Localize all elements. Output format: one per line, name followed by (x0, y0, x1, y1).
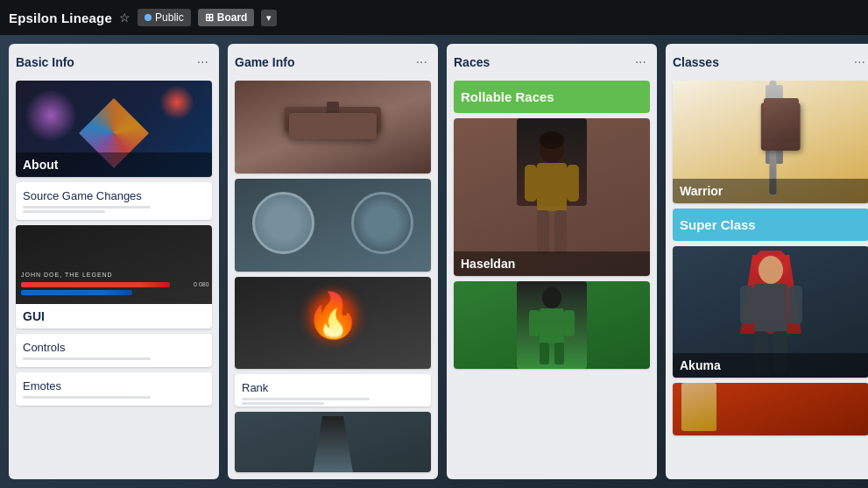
svg-rect-17 (788, 286, 802, 324)
card-rollable-label: Rollable Races (461, 89, 554, 104)
svg-rect-2 (537, 163, 567, 211)
column-title-races: Races (454, 55, 490, 69)
card-about-label: About (16, 152, 212, 177)
card-currency[interactable]: Currency (235, 179, 431, 272)
svg-rect-5 (537, 210, 549, 254)
card-warrior[interactable]: Warrior (673, 81, 868, 203)
card-emotes-lines (23, 396, 205, 399)
board-chevron[interactable]: ▾ (261, 10, 277, 26)
card-akuma-label: Akuma (673, 353, 868, 378)
card-source-game-changes[interactable]: Source Game Changes (16, 182, 212, 220)
svg-rect-11 (540, 343, 549, 364)
card-rollable-races[interactable]: Rollable Races (454, 81, 650, 113)
column-races: Races ··· Rollable Races (447, 44, 657, 479)
card-controls[interactable]: Controls (16, 334, 212, 367)
column-menu-basic-info[interactable]: ··· (194, 53, 212, 72)
board-label: Board (217, 11, 248, 24)
svg-rect-12 (554, 343, 564, 364)
card-line (23, 357, 151, 360)
svg-rect-10 (564, 310, 575, 336)
column-header-game-info: Game Info ··· (235, 51, 431, 75)
card-haseldan[interactable]: Haseldan (454, 118, 650, 276)
card-class-extra[interactable] (673, 383, 868, 435)
card-source-label: Source Game Changes (23, 189, 205, 202)
board-area: Basic Info ··· About Source Game Changes (0, 35, 868, 488)
card-line-short (242, 402, 324, 405)
card-akuma[interactable]: Akuma (673, 246, 868, 378)
card-line (23, 206, 151, 209)
gui-bars: JOHN DOE, THE LEGEND (21, 272, 207, 295)
card-controls-lines (23, 357, 205, 360)
svg-rect-4 (567, 165, 579, 202)
board-icon: ⊞ (205, 11, 214, 24)
app-title: Epsilon Lineage (9, 11, 112, 25)
card-game-extra[interactable] (235, 412, 431, 472)
card-emotes-label: Emotes (23, 379, 205, 393)
card-line-short (23, 210, 105, 213)
svg-rect-6 (554, 210, 567, 254)
card-haseldan-label: Haseldan (454, 251, 650, 276)
card-race-extra[interactable] (454, 281, 650, 369)
public-dot (145, 14, 152, 21)
star-icon[interactable]: ☆ (119, 11, 131, 25)
card-status-effects[interactable]: Status Effects (235, 277, 431, 370)
column-title-game-info: Game Info (235, 55, 294, 69)
svg-rect-8 (540, 308, 564, 343)
race-extra-figure (454, 281, 650, 369)
column-menu-game-info[interactable]: ··· (413, 53, 431, 72)
column-menu-classes[interactable]: ··· (850, 53, 868, 72)
card-about[interactable]: About (16, 81, 212, 177)
card-gui[interactable]: JOHN DOE, THE LEGEND GUI (16, 225, 212, 329)
card-source-lines (23, 206, 205, 213)
card-rank[interactable]: Rank (235, 374, 431, 407)
column-title-classes: Classes (673, 55, 719, 69)
card-warrior-label: Warrior (673, 179, 868, 203)
column-header-races: Races ··· (454, 51, 650, 75)
card-emotes[interactable]: Emotes (16, 372, 212, 406)
card-rank-label: Rank (242, 381, 424, 394)
column-classes: Classes ··· Warrior Super Class (666, 44, 868, 479)
svg-rect-3 (525, 165, 537, 202)
column-header-classes: Classes ··· (673, 51, 868, 75)
card-super-class[interactable]: Super Class (673, 209, 868, 241)
svg-rect-9 (529, 310, 540, 336)
gui-hp-bar (21, 282, 170, 287)
card-controls-label: Controls (23, 341, 205, 354)
chevron-down-icon: ▾ (266, 12, 272, 23)
column-menu-races[interactable]: ··· (632, 53, 650, 72)
column-header-basic-info: Basic Info ··· (16, 51, 212, 75)
board-button[interactable]: ⊞ Board (198, 9, 255, 26)
card-line (242, 398, 370, 400)
svg-rect-15 (754, 284, 787, 332)
card-rank-lines (242, 398, 424, 405)
card-basic-guide[interactable]: Basic Guide (235, 81, 431, 173)
public-label: Public (155, 11, 184, 24)
card-gui-label: GUI (16, 304, 212, 329)
column-title-basic-info: Basic Info (16, 55, 74, 69)
svg-rect-16 (740, 286, 754, 324)
column-basic-info: Basic Info ··· About Source Game Changes (9, 44, 219, 479)
app-header: Epsilon Lineage ☆ Public ⊞ Board ▾ (0, 0, 868, 35)
card-line (23, 396, 151, 399)
gui-mp-bar (21, 290, 132, 295)
card-super-class-label: Super Class (680, 217, 756, 232)
column-game-info: Game Info ··· Basic Guide Currency (228, 44, 438, 479)
public-badge[interactable]: Public (138, 9, 191, 26)
svg-point-7 (542, 287, 561, 308)
svg-point-14 (759, 256, 783, 284)
gui-player-name: JOHN DOE, THE LEGEND (21, 272, 207, 278)
svg-point-1 (540, 131, 564, 149)
